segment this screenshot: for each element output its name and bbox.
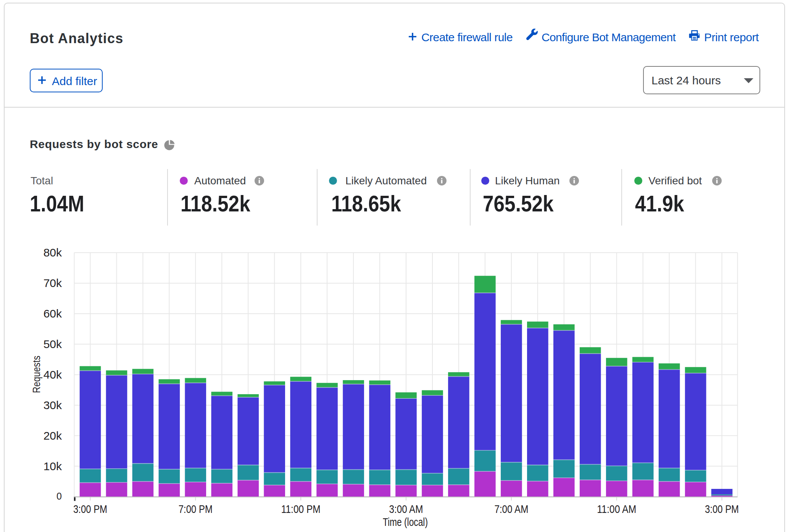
svg-text:60k: 60k bbox=[44, 307, 62, 320]
svg-text:3:00 AM: 3:00 AM bbox=[389, 503, 423, 515]
svg-text:40k: 40k bbox=[44, 368, 62, 381]
svg-text:20k: 20k bbox=[44, 429, 62, 442]
svg-text:50k: 50k bbox=[44, 338, 62, 350]
svg-text:3:00 PM: 3:00 PM bbox=[73, 503, 107, 515]
svg-text:7:00 PM: 7:00 PM bbox=[179, 503, 213, 515]
svg-text:3:00 PM: 3:00 PM bbox=[705, 503, 739, 515]
svg-text:Time (local): Time (local) bbox=[383, 516, 428, 528]
svg-text:30k: 30k bbox=[44, 399, 62, 411]
svg-text:0: 0 bbox=[56, 491, 62, 501]
svg-text:Requests: Requests bbox=[31, 356, 42, 393]
svg-text:11:00 PM: 11:00 PM bbox=[281, 503, 321, 515]
svg-text:11:00 AM: 11:00 AM bbox=[597, 503, 636, 515]
svg-text:7:00 AM: 7:00 AM bbox=[494, 503, 528, 515]
svg-text:10k: 10k bbox=[44, 460, 62, 472]
svg-text:70k: 70k bbox=[44, 277, 62, 289]
svg-text:80k: 80k bbox=[44, 246, 62, 259]
